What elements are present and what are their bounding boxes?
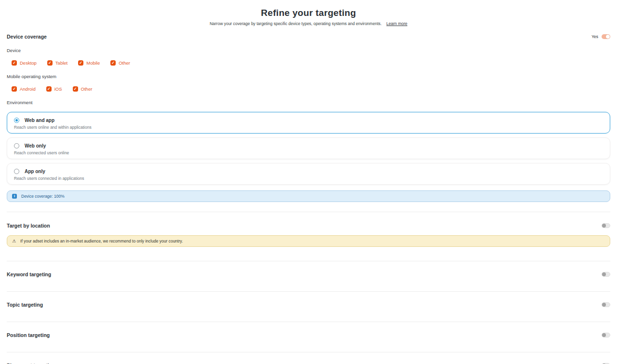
toggle-knob bbox=[602, 224, 606, 228]
radio-unselected-icon bbox=[14, 143, 19, 148]
environment-label: Environment bbox=[7, 100, 610, 105]
checkbox-os-other[interactable]: ✓ Other bbox=[73, 86, 93, 92]
env-card-web-and-app[interactable]: Web and app Reach users online and withi… bbox=[7, 112, 610, 134]
subtitle-text: Narrow your coverage by targeting specif… bbox=[210, 21, 382, 26]
mobile-os-checkbox-group: ✓ Android ✓ iOS ✓ Other bbox=[12, 86, 610, 92]
topic-targeting-heading: Topic targeting bbox=[7, 302, 43, 308]
toggle-knob bbox=[602, 333, 606, 337]
checkbox-checked-icon: ✓ bbox=[12, 86, 17, 92]
device-checkbox-group: ✓ Desktop ✓ Tablet ✓ Mobile ✓ Other bbox=[12, 60, 610, 66]
position-targeting-heading: Position targeting bbox=[7, 332, 50, 338]
env-card-app-only[interactable]: App only Reach users connected in applic… bbox=[7, 163, 610, 185]
checkbox-ios[interactable]: ✓ iOS bbox=[46, 86, 62, 92]
radio-unselected-icon bbox=[14, 169, 19, 174]
env-card-title: Web only bbox=[25, 143, 46, 148]
env-card-title: App only bbox=[25, 169, 45, 174]
device-coverage-header: Device coverage Yes bbox=[7, 34, 610, 40]
toggle-knob bbox=[606, 35, 610, 39]
keyword-targeting-heading: Keyword targeting bbox=[7, 271, 51, 277]
checkbox-label: Desktop bbox=[20, 60, 37, 66]
target-by-location-header: Target by location bbox=[7, 212, 610, 229]
checkbox-label: Other bbox=[81, 86, 93, 92]
checkbox-label: Tablet bbox=[55, 60, 67, 66]
device-coverage-info-banner: i Device coverage: 100% bbox=[7, 190, 610, 202]
environment-options: Web and app Reach users online and withi… bbox=[7, 112, 610, 185]
radio-selected-icon bbox=[14, 118, 19, 123]
learn-more-link[interactable]: Learn more bbox=[387, 21, 407, 26]
section-placement-targeting: Placement targeting bbox=[7, 352, 610, 364]
warning-text: If your adset includes an in-market audi… bbox=[20, 239, 183, 243]
page-subtitle: Narrow your coverage by targeting specif… bbox=[0, 21, 617, 26]
target-by-location-heading: Target by location bbox=[7, 223, 50, 229]
section-keyword-targeting: Keyword targeting bbox=[7, 261, 610, 277]
checkbox-label: iOS bbox=[54, 86, 62, 92]
checkbox-device-other[interactable]: ✓ Other bbox=[110, 60, 130, 66]
position-targeting-toggle[interactable] bbox=[602, 333, 610, 337]
section-position-targeting: Position targeting bbox=[7, 322, 610, 338]
device-coverage-heading: Device coverage bbox=[7, 34, 47, 40]
env-card-description: Reach users connected in applications bbox=[14, 176, 603, 181]
warning-icon: ⚠ bbox=[12, 239, 16, 243]
checkbox-checked-icon: ✓ bbox=[12, 60, 17, 66]
info-banner-text: Device coverage: 100% bbox=[21, 194, 65, 199]
section-topic-targeting: Topic targeting bbox=[7, 291, 610, 308]
mobile-os-label: Mobile operating system bbox=[7, 74, 610, 79]
keyword-targeting-toggle[interactable] bbox=[602, 272, 610, 277]
env-card-description: Reach connected users online bbox=[14, 150, 603, 155]
topic-targeting-toggle[interactable] bbox=[602, 302, 610, 307]
checkbox-mobile[interactable]: ✓ Mobile bbox=[78, 60, 100, 66]
toggle-knob bbox=[602, 303, 606, 307]
location-warning-banner: ⚠ If your adset includes an in-market au… bbox=[7, 235, 610, 247]
device-label: Device bbox=[7, 48, 610, 53]
checkbox-checked-icon: ✓ bbox=[47, 60, 53, 66]
page-title: Refine your targeting bbox=[0, 8, 617, 18]
checkbox-checked-icon: ✓ bbox=[110, 60, 116, 66]
checkbox-checked-icon: ✓ bbox=[46, 86, 52, 92]
toggle-knob bbox=[602, 272, 606, 276]
target-by-location-toggle[interactable] bbox=[602, 223, 610, 228]
env-card-title: Web and app bbox=[25, 118, 54, 123]
checkbox-label: Android bbox=[20, 86, 36, 92]
device-coverage-toggle[interactable] bbox=[602, 34, 610, 39]
page-header: Refine your targeting Narrow your covera… bbox=[0, 0, 617, 26]
env-card-web-only[interactable]: Web only Reach connected users online bbox=[7, 137, 610, 159]
env-card-description: Reach users online and within applicatio… bbox=[14, 125, 603, 130]
checkbox-label: Mobile bbox=[86, 60, 100, 66]
checkbox-label: Other bbox=[119, 60, 130, 66]
checkbox-desktop[interactable]: ✓ Desktop bbox=[12, 60, 37, 66]
checkbox-tablet[interactable]: ✓ Tablet bbox=[47, 60, 67, 66]
checkbox-checked-icon: ✓ bbox=[78, 60, 83, 66]
checkbox-android[interactable]: ✓ Android bbox=[12, 86, 36, 92]
info-icon: i bbox=[12, 194, 17, 199]
checkbox-checked-icon: ✓ bbox=[73, 86, 78, 92]
device-coverage-toggle-label: Yes bbox=[591, 34, 598, 39]
